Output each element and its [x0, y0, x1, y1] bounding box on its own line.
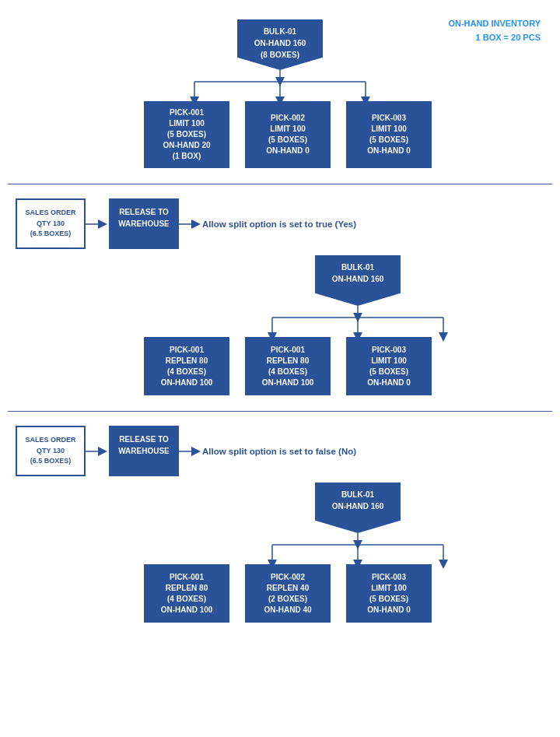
page: ON-HAND INVENTORY 1 BOX = 20 PCS BULK-01…	[0, 0, 560, 646]
s2-arrow2	[179, 216, 202, 232]
s2-arrow1	[86, 216, 109, 232]
s2-top-row: SALES ORDER QTY 130 (6.5 BOXES) RELEASE …	[16, 198, 544, 249]
s3-allow-split: Allow split option is set to false (No)	[202, 447, 356, 456]
s3-picks-row: PICK-001 REPLEN 80 (4 BOXES) ON-HAND 100…	[31, 564, 544, 623]
s2-pick-003: PICK-003 LIMIT 100 (5 BOXES) ON-HAND 0	[346, 337, 432, 395]
s2-connectors	[210, 306, 506, 337]
s3-top-row: SALES ORDER QTY 130 (6.5 BOXES) RELEASE …	[16, 426, 544, 476]
s3-bulk-container: BULK-01 ON-HAND 160	[171, 483, 544, 564]
inventory-line2: 1 BOX = 20 PCS	[448, 31, 541, 45]
s3-pick-001: PICK-001 REPLEN 80 (4 BOXES) ON-HAND 100	[144, 564, 229, 623]
s1-pick-003: PICK-003 LIMIT 100 (5 BOXES) ON-HAND 0	[346, 101, 432, 168]
s1-connectors	[132, 70, 428, 101]
inventory-line1: ON-HAND INVENTORY	[448, 17, 541, 31]
s1-pick-002: PICK-002 LIMIT 100 (5 BOXES) ON-HAND 0	[245, 101, 331, 168]
s2-pick-001b: PICK-001 REPLEN 80 (4 BOXES) ON-HAND 100	[245, 337, 331, 395]
s2-sales-order: SALES ORDER QTY 130 (6.5 BOXES)	[16, 198, 86, 249]
s3-connectors	[210, 533, 506, 564]
s1-picks-row: PICK-001 LIMIT 100 (5 BOXES) ON-HAND 20 …	[31, 101, 544, 168]
s2-allow-split: Allow split option is set to true (Yes)	[202, 219, 356, 229]
s1-bulk-box: BULK-01 ON-HAND 160 (8 BOXES)	[237, 19, 323, 70]
s3-arrow1	[86, 444, 109, 459]
s3-sales-order: SALES ORDER QTY 130 (6.5 BOXES)	[16, 426, 86, 476]
s1-pick-001: PICK-001 LIMIT 100 (5 BOXES) ON-HAND 20 …	[144, 101, 229, 168]
s3-bulk-box: BULK-01 ON-HAND 160	[315, 483, 401, 533]
s2-bulk-container: BULK-01 ON-HAND 160	[171, 255, 544, 337]
s2-release-box: RELEASE TO WAREHOUSE	[109, 198, 179, 249]
s3-pick-003: PICK-003 LIMIT 100 (5 BOXES) ON-HAND 0	[346, 564, 432, 623]
s2-bulk-box: BULK-01 ON-HAND 160	[315, 255, 401, 306]
section-1: ON-HAND INVENTORY 1 BOX = 20 PCS BULK-01…	[8, 8, 552, 184]
section-3: SALES ORDER QTY 130 (6.5 BOXES) RELEASE …	[8, 412, 552, 638]
s2-picks-row: PICK-001 REPLEN 80 (4 BOXES) ON-HAND 100…	[31, 337, 544, 395]
s3-arrow2	[179, 444, 202, 459]
section-2: SALES ORDER QTY 130 (6.5 BOXES) RELEASE …	[8, 184, 552, 412]
inventory-label: ON-HAND INVENTORY 1 BOX = 20 PCS	[448, 17, 541, 44]
s3-pick-002: PICK-002 REPLEN 40 (2 BOXES) ON-HAND 40	[245, 564, 331, 623]
s2-pick-001a: PICK-001 REPLEN 80 (4 BOXES) ON-HAND 100	[144, 337, 229, 395]
s3-release-box: RELEASE TO WAREHOUSE	[109, 426, 179, 476]
